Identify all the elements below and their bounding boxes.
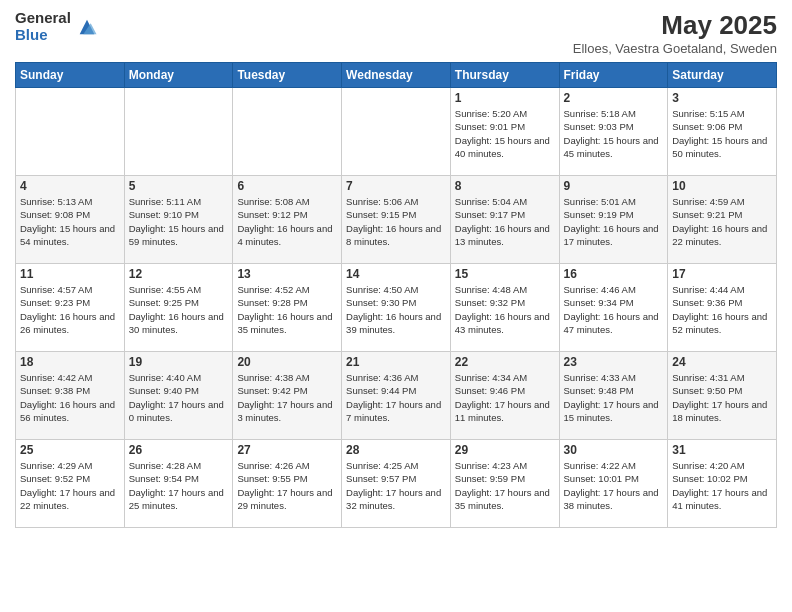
calendar-cell: 11Sunrise: 4:57 AM Sunset: 9:23 PM Dayli… <box>16 264 125 352</box>
calendar-week-row: 18Sunrise: 4:42 AM Sunset: 9:38 PM Dayli… <box>16 352 777 440</box>
day-info: Sunrise: 4:23 AM Sunset: 9:59 PM Dayligh… <box>455 459 555 512</box>
day-number: 26 <box>129 443 229 457</box>
calendar-cell: 3Sunrise: 5:15 AM Sunset: 9:06 PM Daylig… <box>668 88 777 176</box>
col-tuesday: Tuesday <box>233 63 342 88</box>
calendar-cell: 29Sunrise: 4:23 AM Sunset: 9:59 PM Dayli… <box>450 440 559 528</box>
calendar-cell: 12Sunrise: 4:55 AM Sunset: 9:25 PM Dayli… <box>124 264 233 352</box>
header: General Blue May 2025 Elloes, Vaestra Go… <box>15 10 777 56</box>
calendar-week-row: 4Sunrise: 5:13 AM Sunset: 9:08 PM Daylig… <box>16 176 777 264</box>
col-friday: Friday <box>559 63 668 88</box>
day-info: Sunrise: 4:44 AM Sunset: 9:36 PM Dayligh… <box>672 283 772 336</box>
calendar-cell: 20Sunrise: 4:38 AM Sunset: 9:42 PM Dayli… <box>233 352 342 440</box>
calendar-cell: 24Sunrise: 4:31 AM Sunset: 9:50 PM Dayli… <box>668 352 777 440</box>
day-info: Sunrise: 4:26 AM Sunset: 9:55 PM Dayligh… <box>237 459 337 512</box>
day-number: 31 <box>672 443 772 457</box>
calendar-week-row: 1Sunrise: 5:20 AM Sunset: 9:01 PM Daylig… <box>16 88 777 176</box>
day-number: 16 <box>564 267 664 281</box>
day-info: Sunrise: 4:52 AM Sunset: 9:28 PM Dayligh… <box>237 283 337 336</box>
day-info: Sunrise: 4:42 AM Sunset: 9:38 PM Dayligh… <box>20 371 120 424</box>
day-info: Sunrise: 4:59 AM Sunset: 9:21 PM Dayligh… <box>672 195 772 248</box>
calendar-table: Sunday Monday Tuesday Wednesday Thursday… <box>15 62 777 528</box>
day-number: 17 <box>672 267 772 281</box>
calendar-cell: 17Sunrise: 4:44 AM Sunset: 9:36 PM Dayli… <box>668 264 777 352</box>
logo-general-text: General <box>15 10 71 27</box>
day-number: 22 <box>455 355 555 369</box>
calendar-cell: 16Sunrise: 4:46 AM Sunset: 9:34 PM Dayli… <box>559 264 668 352</box>
calendar-cell <box>233 88 342 176</box>
day-number: 10 <box>672 179 772 193</box>
calendar-cell: 1Sunrise: 5:20 AM Sunset: 9:01 PM Daylig… <box>450 88 559 176</box>
calendar-cell: 28Sunrise: 4:25 AM Sunset: 9:57 PM Dayli… <box>342 440 451 528</box>
day-number: 1 <box>455 91 555 105</box>
col-thursday: Thursday <box>450 63 559 88</box>
day-number: 11 <box>20 267 120 281</box>
calendar-cell: 18Sunrise: 4:42 AM Sunset: 9:38 PM Dayli… <box>16 352 125 440</box>
day-info: Sunrise: 4:29 AM Sunset: 9:52 PM Dayligh… <box>20 459 120 512</box>
day-info: Sunrise: 4:22 AM Sunset: 10:01 PM Daylig… <box>564 459 664 512</box>
day-number: 2 <box>564 91 664 105</box>
calendar-cell: 8Sunrise: 5:04 AM Sunset: 9:17 PM Daylig… <box>450 176 559 264</box>
day-info: Sunrise: 4:55 AM Sunset: 9:25 PM Dayligh… <box>129 283 229 336</box>
day-info: Sunrise: 4:57 AM Sunset: 9:23 PM Dayligh… <box>20 283 120 336</box>
day-info: Sunrise: 4:40 AM Sunset: 9:40 PM Dayligh… <box>129 371 229 424</box>
day-number: 6 <box>237 179 337 193</box>
day-info: Sunrise: 5:18 AM Sunset: 9:03 PM Dayligh… <box>564 107 664 160</box>
day-info: Sunrise: 4:48 AM Sunset: 9:32 PM Dayligh… <box>455 283 555 336</box>
day-number: 28 <box>346 443 446 457</box>
day-number: 29 <box>455 443 555 457</box>
day-info: Sunrise: 5:01 AM Sunset: 9:19 PM Dayligh… <box>564 195 664 248</box>
header-right: May 2025 Elloes, Vaestra Goetaland, Swed… <box>573 10 777 56</box>
day-number: 12 <box>129 267 229 281</box>
day-info: Sunrise: 4:28 AM Sunset: 9:54 PM Dayligh… <box>129 459 229 512</box>
calendar-cell: 10Sunrise: 4:59 AM Sunset: 9:21 PM Dayli… <box>668 176 777 264</box>
calendar-cell: 4Sunrise: 5:13 AM Sunset: 9:08 PM Daylig… <box>16 176 125 264</box>
day-number: 5 <box>129 179 229 193</box>
logo-blue-text: Blue <box>15 27 71 44</box>
calendar-cell: 9Sunrise: 5:01 AM Sunset: 9:19 PM Daylig… <box>559 176 668 264</box>
header-row: Sunday Monday Tuesday Wednesday Thursday… <box>16 63 777 88</box>
day-number: 30 <box>564 443 664 457</box>
calendar-week-row: 25Sunrise: 4:29 AM Sunset: 9:52 PM Dayli… <box>16 440 777 528</box>
day-info: Sunrise: 5:06 AM Sunset: 9:15 PM Dayligh… <box>346 195 446 248</box>
location-title: Elloes, Vaestra Goetaland, Sweden <box>573 41 777 56</box>
day-info: Sunrise: 4:20 AM Sunset: 10:02 PM Daylig… <box>672 459 772 512</box>
day-info: Sunrise: 4:38 AM Sunset: 9:42 PM Dayligh… <box>237 371 337 424</box>
calendar-cell: 30Sunrise: 4:22 AM Sunset: 10:01 PM Dayl… <box>559 440 668 528</box>
day-info: Sunrise: 4:33 AM Sunset: 9:48 PM Dayligh… <box>564 371 664 424</box>
calendar-week-row: 11Sunrise: 4:57 AM Sunset: 9:23 PM Dayli… <box>16 264 777 352</box>
day-number: 8 <box>455 179 555 193</box>
day-info: Sunrise: 4:31 AM Sunset: 9:50 PM Dayligh… <box>672 371 772 424</box>
day-info: Sunrise: 4:36 AM Sunset: 9:44 PM Dayligh… <box>346 371 446 424</box>
calendar-cell: 22Sunrise: 4:34 AM Sunset: 9:46 PM Dayli… <box>450 352 559 440</box>
calendar-cell: 21Sunrise: 4:36 AM Sunset: 9:44 PM Dayli… <box>342 352 451 440</box>
calendar-cell: 7Sunrise: 5:06 AM Sunset: 9:15 PM Daylig… <box>342 176 451 264</box>
day-info: Sunrise: 5:08 AM Sunset: 9:12 PM Dayligh… <box>237 195 337 248</box>
calendar-cell: 6Sunrise: 5:08 AM Sunset: 9:12 PM Daylig… <box>233 176 342 264</box>
calendar-cell: 26Sunrise: 4:28 AM Sunset: 9:54 PM Dayli… <box>124 440 233 528</box>
day-info: Sunrise: 5:11 AM Sunset: 9:10 PM Dayligh… <box>129 195 229 248</box>
day-number: 7 <box>346 179 446 193</box>
calendar-cell: 23Sunrise: 4:33 AM Sunset: 9:48 PM Dayli… <box>559 352 668 440</box>
calendar-cell: 13Sunrise: 4:52 AM Sunset: 9:28 PM Dayli… <box>233 264 342 352</box>
page: General Blue May 2025 Elloes, Vaestra Go… <box>0 0 792 612</box>
day-number: 21 <box>346 355 446 369</box>
calendar-cell: 25Sunrise: 4:29 AM Sunset: 9:52 PM Dayli… <box>16 440 125 528</box>
col-wednesday: Wednesday <box>342 63 451 88</box>
col-monday: Monday <box>124 63 233 88</box>
day-info: Sunrise: 4:25 AM Sunset: 9:57 PM Dayligh… <box>346 459 446 512</box>
day-number: 23 <box>564 355 664 369</box>
calendar-cell: 14Sunrise: 4:50 AM Sunset: 9:30 PM Dayli… <box>342 264 451 352</box>
day-number: 3 <box>672 91 772 105</box>
day-info: Sunrise: 5:04 AM Sunset: 9:17 PM Dayligh… <box>455 195 555 248</box>
logo: General Blue <box>15 10 98 43</box>
calendar-cell: 5Sunrise: 5:11 AM Sunset: 9:10 PM Daylig… <box>124 176 233 264</box>
day-number: 4 <box>20 179 120 193</box>
day-number: 14 <box>346 267 446 281</box>
day-info: Sunrise: 5:15 AM Sunset: 9:06 PM Dayligh… <box>672 107 772 160</box>
month-title: May 2025 <box>573 10 777 41</box>
day-info: Sunrise: 4:34 AM Sunset: 9:46 PM Dayligh… <box>455 371 555 424</box>
calendar-cell: 27Sunrise: 4:26 AM Sunset: 9:55 PM Dayli… <box>233 440 342 528</box>
day-info: Sunrise: 4:46 AM Sunset: 9:34 PM Dayligh… <box>564 283 664 336</box>
calendar-cell <box>16 88 125 176</box>
logo-icon <box>76 16 98 38</box>
